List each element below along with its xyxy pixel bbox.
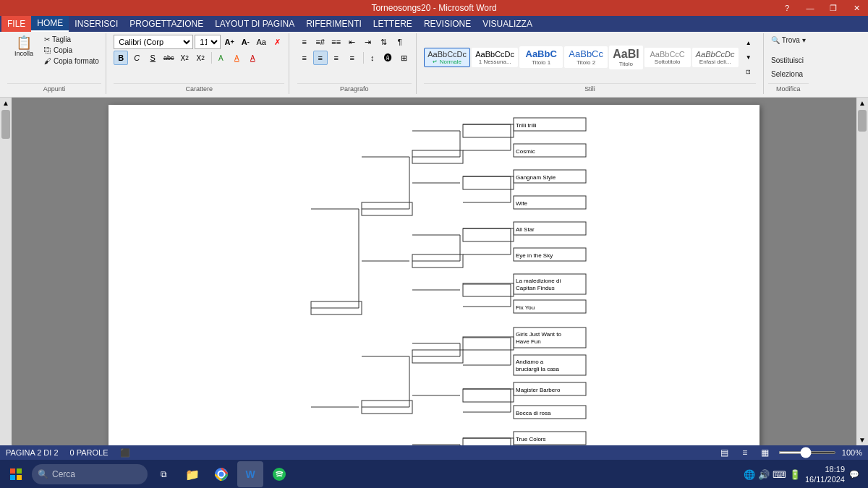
chrome-button[interactable] [208, 461, 234, 487]
clear-format-button[interactable]: ✗ [270, 35, 284, 49]
trova-button[interactable]: 🔍 Trova ▾ [768, 35, 809, 55]
show-marks-button[interactable]: ¶ [393, 35, 407, 49]
scroll-up-right[interactable]: ▲ [857, 98, 867, 108]
svg-text:Cosmic: Cosmic [516, 148, 535, 155]
align-center-button[interactable]: ≡ [313, 51, 328, 65]
bullets-button[interactable]: ≡ [297, 35, 312, 49]
start-button[interactable] [3, 461, 29, 487]
svg-text:Eye in the Sky: Eye in the Sky [516, 252, 553, 259]
svg-rect-104 [17, 468, 22, 474]
numbering-button[interactable]: ≡# [313, 35, 328, 49]
underline-button[interactable]: S [145, 51, 160, 65]
styles-scroll-down[interactable]: ▼ [741, 51, 756, 64]
menu-home[interactable]: HOME [31, 16, 69, 32]
justify-button[interactable]: ≡ [345, 51, 359, 65]
style-titolo[interactable]: AaBl Titolo [609, 46, 642, 69]
taskview-button[interactable]: ⧉ [150, 461, 176, 487]
copy-button[interactable]: ⿻Copia [42, 46, 101, 55]
explorer-button[interactable]: 📁 [179, 461, 205, 487]
superscript-button[interactable]: X2 [193, 51, 208, 65]
subscript-button[interactable]: X2 [177, 51, 192, 65]
text-color-button[interactable]: A [229, 51, 244, 65]
paste-button[interactable]: 📋 Incolla [7, 35, 41, 75]
format-paint-button[interactable]: 🖌Copia formato [42, 56, 101, 66]
menu-revisione[interactable]: REVISIONE [418, 16, 477, 32]
svg-text:Capitan Findus: Capitan Findus [516, 285, 555, 291]
clock[interactable]: 18:19 16/11/2024 [805, 464, 845, 485]
svg-rect-38 [463, 283, 514, 296]
font-label: Carattere [114, 83, 284, 93]
view-print-button[interactable]: ▤ [718, 445, 732, 460]
decrease-indent-button[interactable]: ⇤ [345, 35, 359, 49]
close-button[interactable]: ✕ [845, 0, 868, 16]
notification-icon[interactable]: 💬 [849, 470, 859, 479]
cut-button[interactable]: ✂Taglia [42, 35, 101, 44]
change-case-button[interactable]: Aa [254, 35, 268, 49]
increase-indent-button[interactable]: ⇥ [361, 35, 375, 49]
font-shrink-button[interactable]: A- [238, 35, 252, 49]
font-color-button[interactable]: A [245, 51, 260, 65]
menu-inserisci[interactable]: INSERISCI [69, 16, 124, 32]
restore-button[interactable]: ❐ [822, 0, 845, 16]
italic-button[interactable]: C [129, 51, 144, 65]
style-sottotitolo[interactable]: AaBbCcC Sottotitolo [644, 48, 691, 67]
menu-riferimenti[interactable]: RIFERIMENTI [300, 16, 367, 32]
sort-button[interactable]: ⇅ [377, 35, 391, 49]
svg-text:Andiamo a: Andiamo a [516, 359, 544, 365]
menu-visualizza[interactable]: VISUALIZZA [477, 16, 538, 32]
font-grow-button[interactable]: A+ [222, 35, 237, 49]
svg-rect-39 [463, 337, 514, 350]
word-count: 0 PAROLE [70, 448, 109, 457]
word-button[interactable]: W [237, 461, 263, 487]
zoom-slider[interactable] [778, 451, 836, 454]
style-titolo2[interactable]: AaBbCc Titolo 2 [564, 46, 608, 68]
zoom-level: 100% [842, 448, 862, 457]
search-wrapper: 🔍 [32, 464, 148, 484]
spotify-button[interactable] [266, 461, 292, 487]
view-web-button[interactable]: ▦ [758, 445, 773, 460]
menu-layout[interactable]: LAYOUT DI PAGINA [209, 16, 300, 32]
scroll-down-right[interactable]: ▼ [857, 435, 867, 445]
align-left-button[interactable]: ≡ [297, 51, 312, 65]
line-spacing-button[interactable]: ↕ [365, 51, 380, 65]
menu-file[interactable]: FILE [1, 16, 31, 32]
strikethrough-button[interactable]: abc [161, 51, 176, 65]
search-input[interactable] [32, 464, 148, 484]
styles-scroll-up[interactable]: ▲ [741, 36, 756, 49]
seleziona-button[interactable]: Seleziona [768, 69, 806, 83]
scroll-thumb-right[interactable] [858, 110, 867, 132]
system-icons: 🌐 🔊 ⌨ 🔋 [744, 469, 801, 480]
styles-expand[interactable]: ⊡ [741, 65, 756, 78]
svg-rect-105 [10, 475, 15, 480]
font-size-select[interactable]: 11 [195, 35, 221, 49]
help-button[interactable]: ? [775, 0, 799, 16]
borders-button[interactable]: ⊞ [397, 51, 412, 65]
text-highlight-button[interactable]: A [213, 51, 228, 65]
menu-progettazione[interactable]: PROGETTAZIONE [124, 16, 209, 32]
font-family-select[interactable]: Calibri (Corp [114, 35, 193, 49]
style-titolo1[interactable]: AaBbC Titolo 1 [519, 46, 563, 68]
style-enfasi[interactable]: AaBbCcDc Enfasi deli... [692, 48, 739, 67]
style-normale[interactable]: AaBbCcDc ↵ Normale [424, 48, 470, 67]
shading-button[interactable]: 🅐 [381, 51, 396, 65]
menu-lettere[interactable]: LETTERE [367, 16, 418, 32]
svg-text:Wife: Wife [516, 200, 528, 207]
style-nessuna[interactable]: AaBbCcDc 1 Nessuna... [472, 48, 518, 67]
svg-text:Gangnam Style: Gangnam Style [516, 174, 556, 181]
svg-text:Magister Barbero: Magister Barbero [516, 387, 561, 393]
scroll-up-arrow[interactable]: ▲ [1, 98, 11, 108]
clipboard-label: Appunti [7, 83, 101, 93]
align-right-button[interactable]: ≡ [329, 51, 344, 65]
minimize-button[interactable]: — [799, 0, 822, 16]
clock-date: 16/11/2024 [805, 474, 845, 484]
svg-point-109 [219, 472, 224, 477]
multilevel-button[interactable]: ≡≡ [329, 35, 344, 49]
sostituisci-button[interactable]: Sostituisci [768, 55, 807, 69]
bold-button[interactable]: B [114, 51, 128, 65]
view-read-button[interactable]: ≡ [738, 445, 752, 460]
svg-rect-103 [10, 468, 15, 474]
scroll-thumb-v[interactable] [1, 110, 10, 139]
taskbar-right: 🌐 🔊 ⌨ 🔋 18:19 16/11/2024 💬 [744, 464, 865, 485]
svg-text:La maledizione di: La maledizione di [516, 278, 561, 284]
svg-rect-41 [463, 438, 514, 445]
